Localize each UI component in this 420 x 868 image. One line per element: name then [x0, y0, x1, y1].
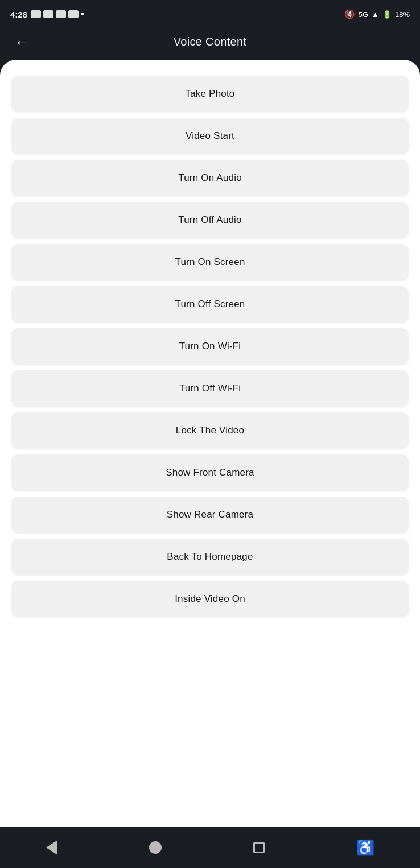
time-display: 4:28 — [10, 10, 27, 19]
notif-icon-4 — [68, 10, 79, 18]
status-bar: 4:28 • 🔇 5G ▲ 🔋 18% — [0, 0, 420, 27]
mute-icon: 🔇 — [344, 9, 355, 19]
header: ← Voice Content — [0, 27, 420, 60]
voice-cmd-turn-off-wifi[interactable]: Turn Off Wi-Fi — [11, 370, 409, 407]
nav-recents-button[interactable] — [242, 837, 276, 858]
voice-cmd-lock-the-video[interactable]: Lock The Video — [11, 412, 409, 449]
battery-label: 18% — [395, 10, 410, 19]
voice-cmd-video-start[interactable]: Video Start — [11, 118, 409, 154]
notif-icon-1 — [31, 10, 41, 18]
battery-icon: 🔋 — [382, 10, 392, 19]
dot-icon: • — [81, 9, 84, 19]
voice-cmd-inside-video-on[interactable]: Inside Video On — [11, 581, 409, 617]
accessibility-nav-icon: ♿ — [356, 839, 374, 857]
nav-accessibility-button[interactable]: ♿ — [345, 834, 386, 861]
voice-cmd-take-photo[interactable]: Take Photo — [11, 76, 409, 112]
back-button[interactable]: ← — [10, 32, 34, 52]
voice-cmd-turn-off-audio[interactable]: Turn Off Audio — [11, 202, 409, 238]
notification-icons: • — [31, 9, 84, 19]
voice-cmd-show-rear-camera[interactable]: Show Rear Camera — [11, 497, 409, 533]
notif-icon-2 — [43, 10, 53, 18]
bottom-nav: ♿ — [0, 827, 420, 868]
voice-cmd-turn-on-wifi[interactable]: Turn On Wi-Fi — [11, 328, 409, 365]
status-left: 4:28 • — [10, 9, 84, 19]
nav-home-button[interactable] — [138, 837, 173, 858]
signal-icon: ▲ — [372, 10, 379, 19]
voice-cmd-back-to-homepage[interactable]: Back To Homepage — [11, 539, 409, 575]
network-label: 5G — [359, 10, 368, 19]
voice-cmd-show-front-camera[interactable]: Show Front Camera — [11, 454, 409, 491]
back-nav-icon — [46, 840, 57, 855]
voice-cmd-turn-on-audio[interactable]: Turn On Audio — [11, 160, 409, 196]
status-right: 🔇 5G ▲ 🔋 18% — [344, 9, 410, 19]
voice-cmd-turn-on-screen[interactable]: Turn On Screen — [11, 244, 409, 280]
voice-cmd-turn-off-screen[interactable]: Turn Off Screen — [11, 286, 409, 323]
home-nav-icon — [149, 841, 162, 854]
nav-back-button[interactable] — [35, 836, 69, 859]
page-title: Voice Content — [174, 35, 246, 48]
recents-nav-icon — [253, 842, 265, 853]
notif-icon-3 — [56, 10, 66, 18]
main-content: Take PhotoVideo StartTurn On AudioTurn O… — [0, 60, 420, 827]
